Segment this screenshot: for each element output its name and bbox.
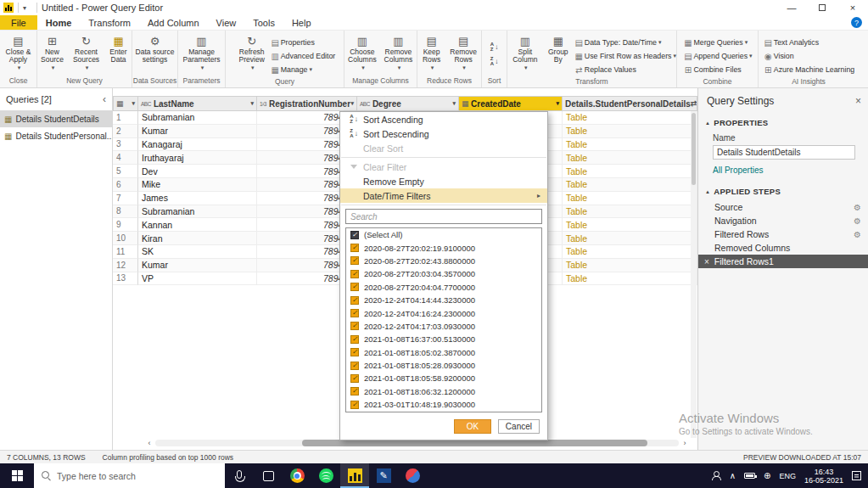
filter-value-row[interactable]: ✓ 2020-12-24T04:16:24.2300000: [346, 306, 541, 319]
filter-value-row[interactable]: ✓ 2021-01-08T18:05:58.9200000: [346, 372, 541, 384]
cell-details-table-link[interactable]: Table: [563, 272, 697, 286]
data-source-settings-button[interactable]: ⚙ Data source settings: [132, 33, 177, 65]
applied-steps-section-header[interactable]: ▲ APPLIED STEPS: [698, 182, 868, 199]
horizontal-scrollbar-track[interactable]: [155, 440, 679, 446]
cancel-button[interactable]: Cancel: [498, 419, 540, 434]
checkbox-checked[interactable]: ✓: [350, 374, 359, 383]
paint3d-taskbar-button[interactable]: [398, 463, 427, 488]
expand-column-icon[interactable]: ⇄: [691, 99, 697, 108]
taskbar-search-input[interactable]: [57, 471, 217, 481]
cell-lastname[interactable]: Iruthayaraj: [138, 151, 257, 165]
cell-details-table-link[interactable]: Table: [563, 232, 697, 245]
checkbox-checked[interactable]: ✓: [350, 283, 359, 291]
filter-value-row[interactable]: ✓ 2021-01-08T18:05:02.3870000: [346, 346, 541, 359]
filter-dropdown-icon[interactable]: ▾: [250, 100, 254, 107]
cell-lastname[interactable]: SK: [138, 245, 257, 259]
cell-details-table-link[interactable]: Table: [563, 165, 697, 178]
applied-step-filtered-rows1[interactable]: × Filtered Rows1: [698, 255, 868, 268]
cell-details-table-link[interactable]: Table: [563, 111, 697, 125]
applied-step-removed-columns[interactable]: Removed Columns: [698, 241, 868, 255]
filter-dropdown-icon[interactable]: ▾: [350, 100, 354, 107]
cell-details-table-link[interactable]: Table: [563, 218, 697, 232]
app-icon[interactable]: [3, 3, 14, 13]
ok-button[interactable]: OK: [454, 419, 491, 434]
checkbox-checked[interactable]: ✓: [350, 244, 359, 252]
checkbox-checked[interactable]: ✓: [350, 362, 359, 370]
filter-value-row[interactable]: ✓ 2020-08-27T20:02:19.9100000: [346, 241, 541, 254]
row-number[interactable]: 8: [113, 205, 138, 219]
cell-lastname[interactable]: Subramanian: [138, 205, 257, 219]
taskbar-search-box[interactable]: [34, 463, 225, 488]
data-type-button[interactable]: ▤ Data Type: Date/Time ▾: [574, 36, 676, 49]
start-button[interactable]: [0, 463, 34, 488]
filter-value-row[interactable]: ✓ 2020-12-24T04:14:44.3230000: [346, 294, 541, 306]
delete-step-icon[interactable]: ×: [704, 257, 709, 266]
applied-step-filtered-rows[interactable]: Filtered Rows ⚙: [698, 227, 868, 241]
people-icon[interactable]: [711, 471, 721, 480]
row-number[interactable]: 4: [113, 151, 138, 165]
properties-button[interactable]: ▤ Properties: [270, 36, 336, 49]
vertical-scrollbar[interactable]: [691, 111, 697, 438]
checkbox-checked[interactable]: ✓: [350, 335, 359, 344]
applied-step-source[interactable]: Source ⚙: [698, 200, 868, 214]
cell-lastname[interactable]: James: [138, 192, 257, 205]
keep-rows-button[interactable]: ▤ Keep Rows ▾: [417, 33, 445, 73]
chrome-taskbar-button[interactable]: [283, 463, 311, 488]
checkbox-checked[interactable]: ✓: [350, 296, 359, 305]
cortana-mic-button[interactable]: [225, 463, 254, 488]
spotify-taskbar-button[interactable]: [311, 463, 340, 488]
column-header-createddate[interactable]: ▦ CreatedDate ▾: [459, 96, 563, 111]
grid-corner-header[interactable]: ▦ ▾: [113, 96, 138, 111]
column-header-details[interactable]: Details.StudentPersonalDetails ⇄: [563, 96, 697, 111]
language-indicator[interactable]: ENG: [779, 472, 796, 480]
query-item-details-studentpersonal[interactable]: ▦ Details StudentPersonal...: [0, 127, 112, 144]
column-header-lastname[interactable]: ABC LastName ▾: [138, 96, 257, 111]
row-number[interactable]: 11: [113, 245, 138, 259]
scroll-left-arrow[interactable]: ‹: [143, 439, 155, 447]
close-apply-button[interactable]: ▤ Close & Apply ▾: [0, 33, 36, 73]
cell-lastname[interactable]: Mike: [138, 178, 257, 192]
gear-icon[interactable]: ⚙: [854, 230, 861, 239]
combine-files-button[interactable]: ⊞ Combine Files: [682, 63, 752, 76]
profiling-status[interactable]: Column profiling based on top 1000 rows: [103, 453, 234, 462]
row-number[interactable]: 7: [113, 192, 138, 205]
properties-section-header[interactable]: ▲ PROPERTIES: [698, 114, 868, 130]
menu-item-datetime-filters[interactable]: Date/Time Filters ▸: [340, 188, 547, 203]
menu-file[interactable]: File: [0, 15, 37, 30]
all-properties-link[interactable]: All Properties: [698, 160, 868, 182]
vision-button[interactable]: ◉ Vision: [763, 49, 854, 63]
manage-parameters-button[interactable]: ▥ Manage Parameters ▾: [178, 33, 225, 73]
recent-sources-button[interactable]: ↻ Recent Sources ▾: [67, 33, 105, 73]
new-source-button[interactable]: ⊞ New Source ▾: [37, 33, 67, 73]
powerbi-taskbar-button[interactable]: [340, 463, 369, 488]
checkbox-checked[interactable]: ✓: [350, 322, 359, 330]
scroll-right-arrow[interactable]: ›: [679, 439, 691, 447]
row-number[interactable]: 1: [113, 111, 138, 125]
filter-search-input[interactable]: [346, 212, 541, 222]
checkbox-checked[interactable]: ✓: [350, 387, 359, 395]
filter-value-row[interactable]: ✓ 2020-12-24T04:17:03.0930000: [346, 320, 541, 333]
merge-queries-button[interactable]: ▦ Merge Queries ▾: [682, 36, 752, 49]
cell-lastname[interactable]: Kanagaraj: [138, 138, 257, 152]
applied-step-navigation[interactable]: Navigation ⚙: [698, 214, 868, 227]
hidden-icons-chevron[interactable]: ∧: [730, 471, 736, 480]
checkbox-checked[interactable]: ✓: [350, 348, 359, 356]
remove-rows-button[interactable]: ▤ Remove Rows ▾: [445, 33, 481, 73]
action-center-icon[interactable]: [852, 471, 861, 480]
enter-data-button[interactable]: ▦ Enter Data: [105, 33, 132, 65]
group-by-button[interactable]: ▦ Group By: [543, 33, 574, 65]
cell-details-table-link[interactable]: Table: [563, 178, 697, 192]
menu-transform[interactable]: Transform: [80, 15, 139, 30]
menu-home[interactable]: Home: [37, 15, 81, 30]
text-analytics-button[interactable]: ▤ Text Analytics: [763, 36, 854, 49]
replace-values-button[interactable]: ⇄ Replace Values: [574, 63, 676, 76]
maximize-button[interactable]: [807, 0, 837, 15]
cell-details-table-link[interactable]: Table: [563, 125, 697, 138]
menu-item-remove-empty[interactable]: Remove Empty: [340, 174, 547, 188]
menu-item-clear-sort[interactable]: Clear Sort: [340, 141, 547, 155]
close-panel-icon[interactable]: ×: [855, 95, 861, 107]
checkbox-checked[interactable]: ✓: [350, 231, 359, 239]
menu-help[interactable]: Help: [283, 15, 320, 30]
horizontal-scrollbar-thumb[interactable]: [302, 440, 647, 446]
query-name-input[interactable]: [713, 145, 855, 160]
